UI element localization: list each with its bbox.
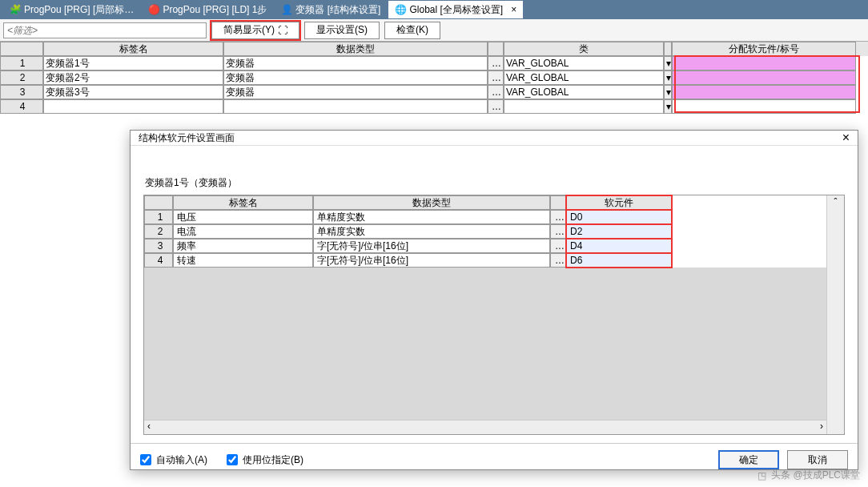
- chevron-left-icon[interactable]: ‹: [147, 421, 151, 434]
- dropdown-icon[interactable]: …: [488, 99, 504, 114]
- close-icon[interactable]: ×: [511, 4, 516, 15]
- list-item[interactable]: 3 频率 字[无符号]/位串[16位] … D4: [144, 239, 826, 253]
- tab-icon: 🔴: [148, 4, 159, 15]
- chevron-right-icon[interactable]: ›: [820, 421, 823, 434]
- auto-input-checkbox[interactable]: 自动输入(A): [140, 453, 207, 467]
- alloc-device-cell[interactable]: [672, 56, 856, 70]
- table-row[interactable]: 4 … ▾: [0, 99, 868, 114]
- logo-icon: ◳: [757, 470, 766, 481]
- rowhead-blank: [0, 42, 43, 56]
- list-item[interactable]: 2 电流 单精度实数 … D2: [144, 224, 826, 239]
- dropdown-icon[interactable]: …: [550, 253, 566, 268]
- alloc-device-cell[interactable]: [672, 70, 856, 85]
- chevron-down-icon[interactable]: ▾: [664, 99, 672, 114]
- chevron-down-icon[interactable]: ▾: [664, 56, 672, 70]
- device-cell[interactable]: D2: [566, 224, 672, 239]
- tab-struct-setting[interactable]: 👤变频器 [结构体设置]: [275, 1, 387, 18]
- document-tabs: 🧩ProgPou [PRG] [局部标… 🔴ProgPou [PRG] [LD]…: [0, 0, 868, 19]
- use-bit-spec-checkbox[interactable]: 使用位指定(B): [227, 453, 303, 467]
- alloc-device-cell[interactable]: [672, 85, 856, 99]
- tab-icon: 🧩: [10, 4, 21, 15]
- chevron-up-icon[interactable]: ˆ: [834, 197, 838, 208]
- table-row[interactable]: 2 变频器2号 变频器 … VAR_GLOBAL ▾: [0, 70, 868, 85]
- display-setting-button[interactable]: 显示设置(S): [304, 22, 380, 39]
- dropdown-icon[interactable]: …: [550, 210, 566, 224]
- global-label-grid: 标签名 数据类型 类 分配软元件/标号 1 变频器1号 变频器 … VAR_GL…: [0, 42, 868, 114]
- col-alloc-device: 分配软元件/标号: [672, 42, 856, 56]
- list-item[interactable]: 4 转速 字[无符号]/位串[16位] … D6: [144, 253, 826, 268]
- watermark: ◳头条 @技成PLC课堂: [757, 469, 860, 482]
- device-cell[interactable]: D4: [566, 239, 672, 253]
- chevron-down-icon[interactable]: ▾: [664, 70, 672, 85]
- expand-icon: ⛶: [278, 25, 287, 36]
- table-row[interactable]: 1 变频器1号 变频器 … VAR_GLOBAL ▾: [0, 56, 868, 70]
- tab-icon: 👤: [281, 4, 292, 15]
- filter-input[interactable]: [3, 22, 207, 38]
- horizontal-scrollbar[interactable]: ‹›: [144, 420, 826, 434]
- col-member-type: 数据类型: [313, 195, 550, 210]
- globe-icon: 🌐: [395, 4, 406, 15]
- struct-device-dialog: 结构体软元件设置画面 × 变频器1号（变频器） 标签名 数据类型 软元件 1 电…: [130, 130, 858, 470]
- ok-button[interactable]: 确定: [718, 450, 779, 469]
- close-icon[interactable]: ×: [842, 131, 850, 145]
- chevron-down-icon[interactable]: ▾: [664, 85, 672, 99]
- col-label-name: 标签名: [43, 42, 223, 56]
- dropdown-icon[interactable]: …: [488, 70, 504, 85]
- list-item[interactable]: 1 电压 单精度实数 … D0: [144, 210, 826, 224]
- device-cell[interactable]: D6: [566, 253, 672, 268]
- toolbar: 简易显示(Y)⛶ 显示设置(S) 检查(K): [0, 19, 868, 42]
- device-cell[interactable]: D0: [566, 210, 672, 224]
- dropdown-icon[interactable]: …: [488, 85, 504, 99]
- col-data-type: 数据类型: [223, 42, 488, 56]
- tab-global-labels[interactable]: 🌐Global [全局标签设置]×: [388, 1, 523, 18]
- tab-progpou-local[interactable]: 🧩ProgPou [PRG] [局部标…: [3, 1, 140, 18]
- dropdown-icon[interactable]: …: [550, 239, 566, 253]
- dropdown-icon[interactable]: …: [488, 56, 504, 70]
- easy-display-button[interactable]: 简易显示(Y)⛶: [211, 22, 299, 39]
- dialog-subtitle: 变频器1号（变频器）: [145, 176, 845, 190]
- vertical-scrollbar[interactable]: ˆ: [826, 195, 844, 434]
- table-row[interactable]: 3 变频器3号 变频器 … VAR_GLOBAL ▾: [0, 85, 868, 99]
- col-class: 类: [504, 42, 664, 56]
- check-button[interactable]: 检查(K): [384, 22, 440, 39]
- tab-progpou-ld[interactable]: 🔴ProgPou [PRG] [LD] 1步: [142, 1, 273, 18]
- dropdown-icon[interactable]: …: [550, 224, 566, 239]
- struct-member-grid: 标签名 数据类型 软元件 1 电压 单精度实数 … D0 2 电流 单精度实数 …: [144, 195, 826, 434]
- dialog-title: 结构体软元件设置画面: [139, 131, 235, 145]
- cancel-button[interactable]: 取消: [787, 450, 848, 469]
- col-device: 软元件: [566, 195, 672, 210]
- col-member-name: 标签名: [173, 195, 313, 210]
